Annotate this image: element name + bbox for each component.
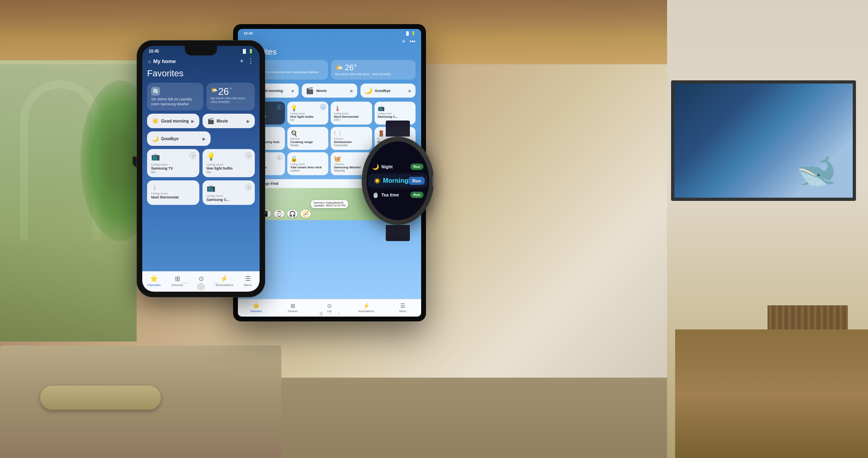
tablet-goodbye-arrow: ▶ [409, 89, 411, 93]
tablet-thermostat-name: Next thermostat [334, 115, 369, 119]
tablet-cam-power[interactable]: ⏻ [277, 155, 283, 160]
map-watch-icon[interactable]: ⌚ [274, 210, 284, 218]
washer-icon: 🔄 [151, 87, 160, 96]
tablet-scene-goodbye[interactable]: 🌙 Goodbye ▶ [360, 84, 416, 98]
phone-time: 10:45 [149, 49, 159, 53]
night-run-btn[interactable]: Run [410, 164, 424, 170]
phone-hue-card[interactable]: ⏻ 💡 Living room Hue light bulbs On [203, 149, 255, 177]
watch-tea-left: 🍵 Tea time [372, 192, 399, 198]
tablet-samsung-c-icon: 📺 [378, 105, 413, 111]
phone-summary-row: 🔄 1hr 30min left on Laundry room Samsung… [147, 83, 255, 110]
hue-icon: 💡 [207, 152, 251, 161]
tablet-range-name: Cooking range [291, 140, 326, 144]
phone-recents-btn[interactable] [213, 283, 219, 284]
tablet-morning-arrow: ▶ [292, 89, 295, 93]
phone-weather-card[interactable]: 🌤️ 26 ° My home Ultra fine dust : Very G… [207, 83, 255, 110]
scene-goodbye[interactable]: 🌙 Goodbye ▶ [147, 131, 211, 146]
morning-run-btn[interactable]: Run [408, 177, 425, 185]
favorites-nav-icon: ⭐ [150, 275, 158, 282]
movie-icon: 🎬 [207, 118, 214, 124]
phone: 10:45 ▐▌ 🔋 ⌂ My home + ⋮ Favorites [137, 40, 265, 297]
tablet-status-bar: 10:45 ▐▌ 🔋 [238, 29, 421, 36]
menu-nav-label: Menu [244, 283, 252, 287]
tablet-dev-label: Devices [288, 310, 298, 313]
watch-band-top [386, 121, 410, 137]
find-device-name: Sammy's GalaxyNote20 [313, 201, 346, 204]
phone-washer-card[interactable]: 🔄 1hr 30min left on Laundry room Samsung… [147, 83, 203, 110]
night-label: Night [381, 164, 393, 169]
tea-run-btn[interactable]: Run [410, 192, 424, 198]
tablet-nav-devices[interactable]: ⊞ Devices [274, 303, 311, 313]
tablet-recents[interactable]: ‹ [338, 311, 339, 316]
tablet-lock-location: Living room [291, 163, 326, 166]
tablet-tv-power[interactable]: ⏻ [277, 104, 283, 110]
nav-menu[interactable]: ☰ Menu [236, 275, 260, 287]
map-compass-icon[interactable]: 🧭 [301, 210, 311, 218]
menu-icon[interactable]: ⋮ [248, 57, 254, 65]
tea-label: Tea time [381, 192, 399, 197]
tablet-fav-icon: ⭐ [253, 303, 260, 309]
tablet-nav-favorites[interactable]: ⭐ Favorites [238, 303, 274, 313]
phone-home-btn[interactable] [197, 283, 205, 291]
phone-samsung-tv-card[interactable]: ⏻ 📺 Living room Samsung TV On [147, 149, 199, 177]
scene-movie[interactable]: 🎬 Movie ▶ [203, 114, 255, 128]
tablet-lock-status: Locked [291, 169, 326, 172]
tablet-cooking-range-card[interactable]: 🍳 Kitchen Cooking range Ready [287, 127, 329, 150]
home-icon: ⌂ [148, 59, 151, 64]
tablet-temp: 26° [345, 63, 357, 72]
phone-samsung-c-card[interactable]: ⏻ 📺 Living room Samsung C... [203, 180, 255, 205]
tablet-hue-status: On [291, 119, 326, 121]
tablet-range-icon: 🍳 [291, 130, 326, 137]
scene-good-morning[interactable]: ☀️ Good morning ▶ [147, 114, 199, 128]
map-headphones-icon[interactable]: 🎧 [287, 210, 297, 218]
tablet-home[interactable]: ○ [329, 311, 332, 316]
tablet-scene-movie[interactable]: 🎬 Movie ▶ [302, 84, 357, 98]
wall-tv-screen: 🐋 [674, 84, 853, 198]
tablet-nav-menu[interactable]: ☰ Menu [385, 303, 421, 313]
watch-crown[interactable] [432, 175, 434, 187]
watch-scene-teatime[interactable]: 🍵 Tea time Run [366, 189, 429, 200]
phone-scene-row-1: ☀️ Good morning ▶ 🎬 Movie ▶ [147, 114, 255, 128]
thermostat-location: Living room [151, 192, 195, 195]
morning-arrow: ▶ [191, 119, 194, 123]
phone-weather-label: My home Ultra fine dust : Very Good(5) [211, 96, 251, 104]
phone-back-btn[interactable] [182, 283, 189, 284]
phone-device-row-2: 🌡️ Living room Next thermostat ⏻ 📺 Livin… [147, 180, 255, 205]
goodbye-arrow: ▶ [203, 137, 206, 141]
movie-arrow: ▶ [247, 119, 250, 123]
phone-screen: 10:45 ▐▌ 🔋 ⌂ My home + ⋮ Favorites [142, 46, 260, 292]
phone-gesture-nav [182, 280, 219, 292]
phone-favorites-title: Favorites [147, 68, 255, 79]
samsung-c-name: Samsung C... [207, 198, 251, 202]
nav-favorites[interactable]: ⭐ Favorites [142, 275, 166, 287]
hue-location: Living room [207, 163, 251, 166]
tablet-weather-text: My home Ultra fine dust : Very Good(5) [335, 72, 411, 76]
tablet-dots-icon[interactable]: ••• [409, 38, 416, 45]
watch-scene-morning[interactable]: ☀️ Morning Run [368, 174, 428, 187]
tablet-life-icon: ⊙ [327, 303, 332, 309]
tablet-samsung-c-location: Living room [378, 112, 413, 115]
tablet-status-icons: ▐▌ 🔋 [405, 31, 416, 35]
tablet-fav-label: Favorites [250, 310, 262, 313]
tablet-door-lock-card[interactable]: 🔒 Living room Yale smart door lock Locke… [287, 152, 329, 175]
hue-status: On [207, 170, 251, 174]
tablet-back[interactable]: ||| [319, 311, 323, 316]
watch-scene-night[interactable]: 🌙 Night Run [366, 161, 429, 172]
phone-thermostat-card[interactable]: 🌡️ Living room Next thermostat [147, 180, 199, 205]
add-icon[interactable]: + [240, 57, 244, 65]
tv-location: Living room [151, 163, 195, 166]
goodbye-icon: 🌙 [152, 135, 159, 142]
smartwatch: 🌙 Night Run ☀️ Morning Run [354, 121, 442, 233]
washer-text: 1hr 30min left on Laundry room Samsung W… [151, 97, 199, 106]
phone-content: Favorites 🔄 1hr 30min left on Laundry ro… [142, 68, 260, 208]
tv-status: On [151, 170, 195, 174]
tablet-hue-card[interactable]: ⏻ 💡 Living room Hue light bulbs On [287, 102, 329, 125]
tablet-weather-card[interactable]: 🌤️ 26° My home Ultra fine dust : Very Go… [331, 60, 416, 80]
tablet-movie-arrow: ▶ [350, 89, 353, 93]
whale-image: 🐋 [796, 152, 837, 190]
automations-nav-icon: ⚡ [220, 275, 228, 282]
watch-band-bottom [386, 225, 410, 241]
tablet-plus-icon[interactable]: + [402, 38, 405, 45]
tablet-nav-automations[interactable]: ⚡ Automations [348, 303, 385, 313]
watch-screen: 🌙 Night Run ☀️ Morning Run [366, 141, 429, 220]
